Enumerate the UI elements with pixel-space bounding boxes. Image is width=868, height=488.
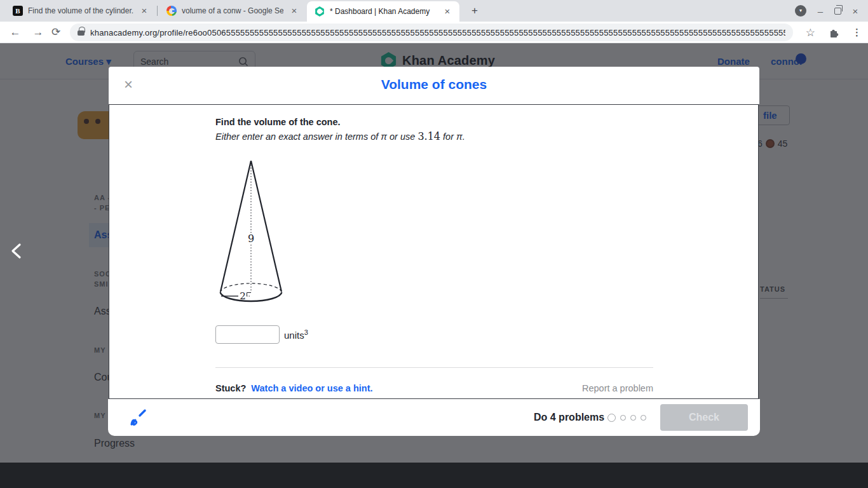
modal-title: Volume of cones [109, 77, 759, 92]
extensions-icon[interactable] [828, 27, 839, 38]
modal-footer: Do 4 problems Check [108, 399, 760, 436]
tab-title: Find the volume of the cylinder. [28, 6, 133, 15]
close-tab-icon[interactable]: × [139, 5, 150, 17]
stuck-text: Stuck?Watch a video or use a hint. [215, 383, 373, 393]
divider [215, 367, 653, 368]
khan-academy-favicon-icon [315, 6, 325, 17]
window-controls: ▾ – × [795, 0, 868, 22]
lock-icon [78, 29, 85, 36]
scratchpad-pen-icon[interactable] [128, 407, 147, 426]
back-icon[interactable]: ← [6, 24, 24, 41]
forward-icon[interactable]: → [29, 24, 47, 41]
progress-dots [607, 399, 646, 436]
modal-header: × Volume of cones [109, 67, 759, 104]
progress-label: Do 4 problems [534, 399, 604, 436]
tab-title: volume of a conw - Google Sear [182, 6, 283, 15]
browser-toolbar: ← → ⟳ khanacademy.org/profile/re6oo05065… [0, 22, 868, 43]
hint-link[interactable]: Watch a video or use a hint. [251, 383, 372, 393]
tab-google-search[interactable]: volume of a conw - Google Sear × [159, 0, 305, 22]
address-bar[interactable]: khanacademy.org/profile/re6oo05065555555… [70, 24, 793, 41]
reload-icon[interactable]: ⟳ [47, 24, 65, 41]
radius-label: 2 [240, 290, 246, 302]
tab-divider [157, 6, 158, 16]
question-text: Find the volume of the cone. [215, 117, 341, 127]
previous-chevron-icon[interactable] [8, 241, 25, 261]
url-text[interactable]: khanacademy.org/profile/re6oo05065555555… [90, 28, 785, 37]
height-label: 9 [248, 233, 254, 245]
tab-khan-dashboard[interactable]: * Dashboard | Khan Academy × [307, 1, 459, 22]
close-window-button[interactable]: × [850, 6, 860, 17]
screen: B Find the volume of the cylinder. × vol… [0, 0, 868, 488]
site-b-favicon-icon: B [13, 6, 23, 16]
instruction-text: Either enter an exact answer in terms of… [215, 130, 465, 142]
check-button[interactable]: Check [660, 404, 748, 431]
chrome-menu-icon[interactable]: ⋮ [852, 27, 862, 38]
chromeos-shelf: 3 12:10 [0, 463, 868, 488]
pi-value: 3.14 [417, 130, 440, 142]
units-label: units3 [284, 329, 308, 341]
google-favicon-icon [166, 6, 177, 16]
answer-input[interactable] [215, 325, 280, 344]
tab-title: * Dashboard | Khan Academy [330, 7, 437, 16]
cone-figure: 9 2 [216, 158, 286, 307]
bookmark-star-icon[interactable]: ☆ [806, 26, 815, 39]
report-problem-link[interactable]: Report a problem [582, 383, 653, 393]
progress-dot [630, 415, 636, 421]
progress-dot [620, 415, 626, 421]
exercise-card: Find the volume of the cone. Either ente… [109, 104, 759, 399]
new-tab-button[interactable]: + [467, 3, 482, 18]
minimize-button[interactable]: – [815, 6, 825, 17]
tab-search-icon[interactable]: ▾ [795, 5, 806, 17]
close-tab-icon[interactable]: × [442, 6, 453, 17]
progress-dot-current [607, 414, 616, 422]
close-tab-icon[interactable]: × [288, 5, 300, 17]
tab-cylinder[interactable]: B Find the volume of the cylinder. × [5, 0, 155, 22]
exercise-modal: × Volume of cones Find the volume of the… [108, 67, 760, 436]
progress-dot [641, 415, 646, 421]
restore-window-button[interactable] [834, 8, 841, 15]
tab-strip: B Find the volume of the cylinder. × vol… [0, 0, 868, 22]
